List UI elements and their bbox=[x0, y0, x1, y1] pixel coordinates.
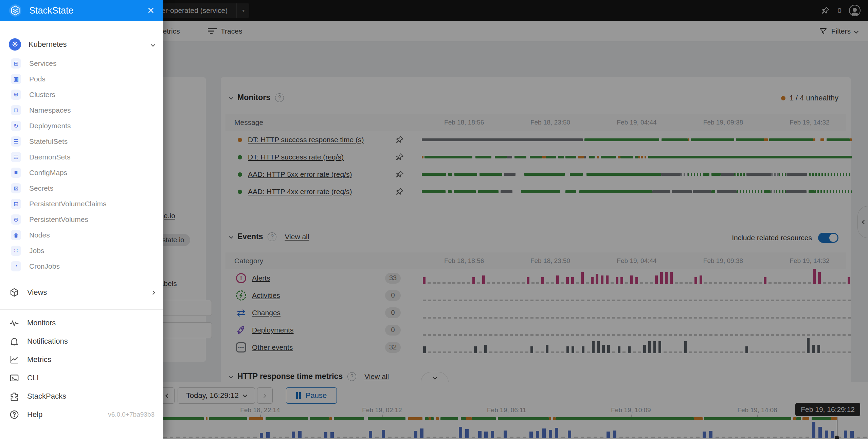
nodes-icon: ◉ bbox=[11, 230, 21, 240]
views-label: Views bbox=[27, 288, 151, 297]
close-icon[interactable]: ✕ bbox=[147, 5, 155, 16]
sidebar-item-nodes[interactable]: ◉ Nodes bbox=[0, 227, 163, 243]
jobs-icon: ∷ bbox=[11, 246, 21, 256]
services-icon: ⊞ bbox=[11, 58, 21, 69]
secrets-icon: ⊠ bbox=[11, 183, 21, 193]
sidebar-item-statefulsets[interactable]: ☰ StatefulSets bbox=[0, 134, 163, 149]
chevron-down-icon bbox=[151, 42, 155, 47]
main-menu-drawer: StackState ✕ ☸ Kubernetes ⊞ Services ▣ P… bbox=[0, 0, 163, 439]
kubernetes-label: Kubernetes bbox=[29, 40, 151, 49]
menu-item-kubernetes[interactable]: ☸ Kubernetes bbox=[0, 36, 163, 53]
sidebar-item-clusters[interactable]: ☸ Clusters bbox=[0, 87, 163, 102]
daemonsets-icon: ☷ bbox=[11, 152, 21, 162]
sidebar-item-cronjobs[interactable]: ◔ CronJobs bbox=[0, 259, 163, 274]
menu-item-metrics[interactable]: Metrics bbox=[0, 350, 163, 369]
sidebar-item-secrets[interactable]: ⊠ Secrets bbox=[0, 180, 163, 196]
metrics-icon bbox=[9, 354, 20, 365]
sidebar-item-persistentvolumes[interactable]: ⊖ PersistentVolumes bbox=[0, 212, 163, 227]
sidebar-item-daemonsets[interactable]: ☷ DaemonSets bbox=[0, 149, 163, 165]
sidebar-item-configmaps[interactable]: ≡ ConfigMaps bbox=[0, 165, 163, 180]
statefulsets-icon: ☰ bbox=[11, 136, 21, 147]
kubernetes-icon: ☸ bbox=[9, 38, 21, 51]
monitors-icon bbox=[9, 318, 20, 328]
cli-icon bbox=[9, 373, 20, 383]
menu-item-cli[interactable]: CLI bbox=[0, 369, 163, 387]
sidebar-item-pods[interactable]: ▣ Pods bbox=[0, 71, 163, 87]
namespaces-icon: □ bbox=[11, 105, 21, 115]
sidebar-item-deployments[interactable]: ↻ Deployments bbox=[0, 118, 163, 134]
chevron-right-icon bbox=[151, 290, 155, 295]
stackpacks-icon bbox=[9, 391, 20, 402]
configmaps-icon: ≡ bbox=[11, 168, 21, 178]
menu-item-monitors[interactable]: Monitors bbox=[0, 314, 163, 332]
sidebar-item-services[interactable]: ⊞ Services bbox=[0, 56, 163, 71]
menu-item-stackpacks[interactable]: StackPacks bbox=[0, 387, 163, 405]
pvc-icon: ⊟ bbox=[11, 199, 21, 209]
menu-item-notifications[interactable]: Notifications bbox=[0, 332, 163, 350]
pv-icon: ⊖ bbox=[11, 214, 21, 225]
sidebar-item-namespaces[interactable]: □ Namespaces bbox=[0, 102, 163, 118]
sidebar-item-persistentvolumeclaims[interactable]: ⊟ PersistentVolumeClaims bbox=[0, 196, 163, 212]
notifications-icon bbox=[9, 336, 20, 347]
menu-item-help[interactable]: Helpv6.0.0+7ba93b3 bbox=[0, 405, 163, 424]
app-root: ager-operated (service) ▾ 0 Metrics Trac… bbox=[0, 0, 868, 439]
drawer-header: StackState ✕ bbox=[0, 0, 163, 21]
help-icon bbox=[9, 409, 20, 420]
cronjobs-icon: ◔ bbox=[11, 261, 21, 271]
sidebar-item-jobs[interactable]: ∷ Jobs bbox=[0, 243, 163, 259]
pods-icon: ▣ bbox=[11, 74, 21, 84]
stackstate-logo-icon bbox=[9, 4, 22, 17]
views-icon bbox=[9, 287, 20, 298]
menu-item-views[interactable]: Views bbox=[0, 282, 163, 303]
app-version: v6.0.0+7ba93b3 bbox=[108, 411, 155, 418]
drawer-title: StackState bbox=[29, 5, 147, 16]
clusters-icon: ☸ bbox=[11, 90, 21, 100]
deployments-icon: ↻ bbox=[11, 121, 21, 131]
